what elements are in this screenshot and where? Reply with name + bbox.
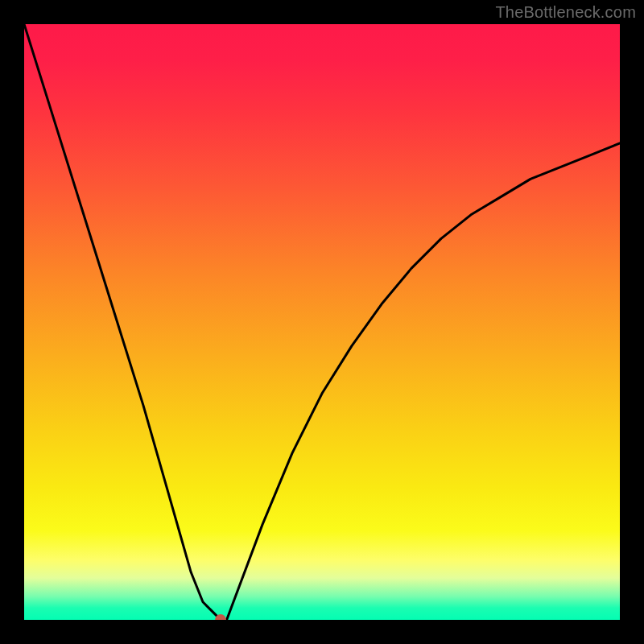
chart-frame: TheBottleneck.com xyxy=(0,0,644,644)
optimal-point-marker xyxy=(215,614,226,620)
watermark-text: TheBottleneck.com xyxy=(495,3,636,22)
bottleneck-curve xyxy=(24,24,620,620)
plot-area xyxy=(24,24,620,620)
